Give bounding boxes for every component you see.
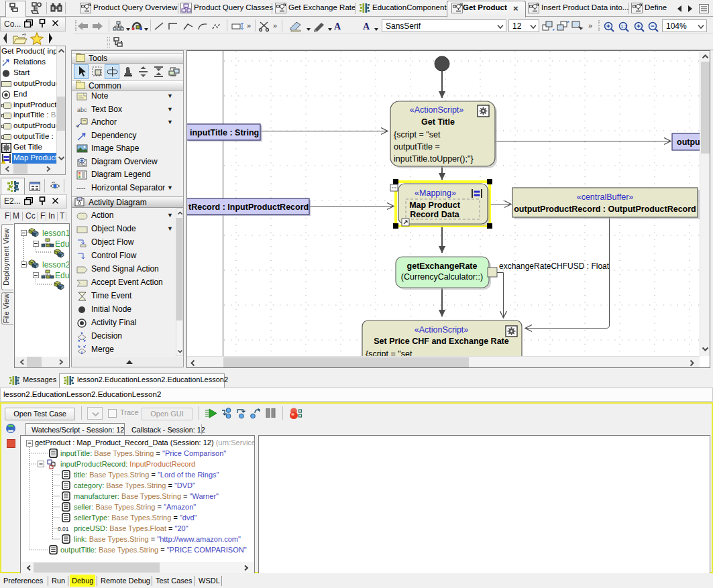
svg-text:«ActionScript»: «ActionScript»	[410, 105, 464, 115]
svg-text:outpu: outpu	[677, 137, 700, 147]
svg-text:{script = "set: {script = "set	[394, 130, 441, 139]
svg-text:2: 2	[11, 183, 15, 191]
svg-text:----: ----	[76, 184, 85, 192]
svg-text:«centralBuffer»: «centralBuffer»	[577, 192, 634, 202]
svg-text:A: A	[363, 21, 370, 32]
svg-text:«Mapping»: «Mapping»	[415, 188, 456, 198]
svg-text:Record Data: Record Data	[410, 210, 460, 219]
svg-text:exchangeRateCHFUSD : Float: exchangeRateCHFUSD : Float	[499, 261, 610, 271]
svg-text:outputProductRecord : OutputPr: outputProductRecord : OutputProductRecor…	[514, 204, 696, 214]
svg-text:1:1: 1:1	[621, 24, 628, 29]
svg-text:getExchangeRate: getExchangeRate	[407, 261, 478, 271]
svg-text:inputTitle : String: inputTitle : String	[190, 128, 259, 137]
svg-text:Map Product: Map Product	[409, 200, 461, 210]
svg-text:(CurrencyCalculator::): (CurrencyCalculator::)	[401, 272, 483, 282]
svg-text:A: A	[334, 21, 341, 32]
svg-text:outputTitle =: outputTitle =	[394, 142, 440, 152]
svg-text:abc: abc	[77, 107, 87, 113]
svg-text:«ActionScript»: «ActionScript»	[415, 325, 469, 335]
svg-text:inputTitle.toUpper();"}: inputTitle.toUpper();"}	[394, 154, 474, 164]
svg-text:Set Price CHF and Exchange Rat: Set Price CHF and Exchange Rate	[374, 337, 509, 346]
svg-text:Get Title: Get Title	[421, 117, 455, 127]
svg-text:tRecord : InputProductRecord: tRecord : InputProductRecord	[188, 202, 309, 212]
